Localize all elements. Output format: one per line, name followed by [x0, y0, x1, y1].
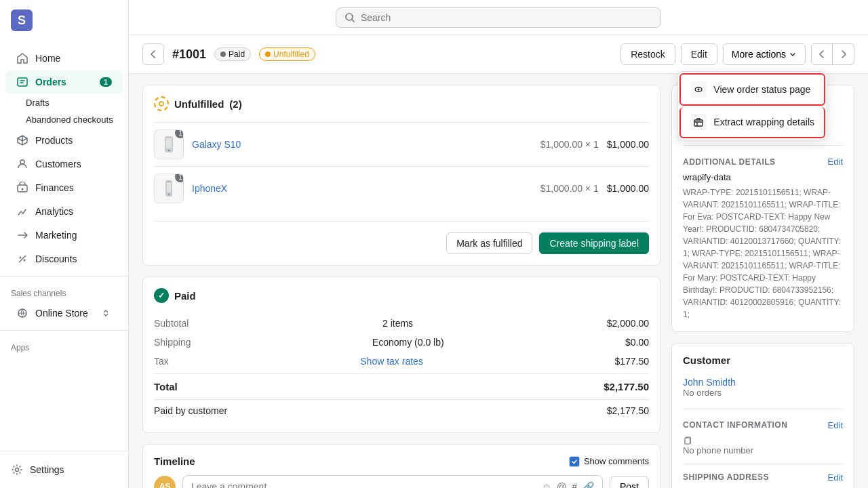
subtotal-row: Subtotal 2 items $2,000.00 — [154, 314, 649, 333]
svg-point-12 — [159, 102, 163, 106]
edit-button[interactable]: Edit — [681, 43, 717, 65]
qty-badge-iphone: 1 — [175, 174, 184, 182]
dropdown-item-view-order[interactable]: View order status page — [679, 73, 825, 106]
dropdown-item-extract-wrapping[interactable]: Extract wrapping details — [679, 107, 825, 138]
paid-title-row: ✓ Paid — [154, 288, 649, 303]
right-column: Notes No notes from customer ADDITIONAL … — [671, 85, 854, 488]
product-price-iphone: $1,000.00 × 1 — [540, 183, 599, 194]
unfulfilled-dot — [265, 52, 271, 57]
topbar — [129, 0, 868, 35]
product-link-iphone[interactable]: IphoneX — [192, 183, 532, 194]
show-comments-toggle[interactable]: Show comments — [569, 456, 649, 467]
sidebar-label-orders: Orders — [35, 77, 66, 87]
sidebar-item-home[interactable]: Home — [5, 47, 123, 70]
additional-details-header: ADDITIONAL DETAILS Edit — [683, 157, 843, 167]
sidebar-item-marketing[interactable]: Marketing — [5, 224, 123, 247]
show-tax-link[interactable]: Show tax rates — [360, 356, 423, 367]
sidebar-label-home: Home — [35, 53, 60, 64]
unfulfilled-title: Unfulfilled — [174, 98, 224, 110]
eye-icon — [694, 85, 703, 94]
settings-label: Settings — [30, 464, 64, 475]
shipping-value: Economy (0.0 lb) — [372, 337, 444, 348]
contact-edit-link[interactable]: Edit — [828, 420, 843, 430]
next-order-button[interactable] — [833, 43, 854, 65]
subtotal-items: 2 items — [382, 318, 413, 329]
prev-order-button[interactable] — [811, 43, 833, 65]
sidebar-item-settings[interactable]: Settings — [11, 460, 117, 480]
orders-submenu: Drafts Abandoned checkouts — [0, 94, 128, 128]
discounts-icon — [16, 253, 28, 265]
timeline-card: Timeline Show comments AS ☺ @ — [142, 444, 660, 488]
shipping-header: SHIPPING ADDRESS Edit — [683, 472, 843, 483]
sidebar-label-marketing: Marketing — [35, 230, 77, 241]
no-phone-text: No phone number — [683, 445, 843, 455]
expand-icon — [100, 307, 112, 319]
paid-title: Paid — [174, 290, 196, 302]
sidebar-item-finances[interactable]: Finances — [5, 176, 123, 199]
emoji-icon[interactable]: ☺ — [542, 481, 551, 488]
search-input[interactable] — [361, 12, 652, 23]
sidebar-item-analytics[interactable]: Analytics — [5, 200, 123, 223]
paid-badge: Paid — [214, 47, 251, 61]
sidebar-footer: Settings — [0, 451, 128, 488]
eye-icon-wrap — [690, 81, 707, 98]
svg-point-10 — [698, 89, 700, 91]
subtotal-label: Subtotal — [154, 318, 189, 329]
search-icon — [344, 12, 355, 23]
unfulfilled-label: Unfulfilled — [273, 49, 309, 59]
timeline-header: Timeline Show comments — [154, 455, 649, 467]
back-button[interactable] — [142, 43, 164, 65]
product-row: 1 IphoneX $1,000.00 × 1 $1,000.00 — [154, 166, 649, 210]
left-column: Unfulfilled (2) 1 Galaxy S10 $1,000.00 ×… — [142, 85, 660, 488]
additional-details-title: ADDITIONAL DETAILS — [683, 157, 776, 167]
post-button[interactable]: Post — [610, 476, 649, 488]
show-comments-checkbox[interactable] — [569, 456, 580, 467]
attachment-icon[interactable]: 🔗 — [583, 481, 594, 488]
show-comments-label: Show comments — [584, 456, 649, 466]
sidebar-item-drafts[interactable]: Drafts — [26, 94, 128, 111]
customer-name-link[interactable]: John Smidth — [683, 377, 736, 388]
sidebar-label-products: Products — [35, 135, 73, 146]
sidebar-label-customers: Customers — [35, 159, 81, 169]
sidebar-item-discounts[interactable]: Discounts — [5, 247, 123, 270]
nav-arrows — [811, 43, 854, 65]
unfulfilled-card: Unfulfilled (2) 1 Galaxy S10 $1,000.00 ×… — [142, 85, 660, 266]
sidebar-item-online-store[interactable]: Online Store — [5, 302, 123, 325]
comment-input-wrap[interactable]: ☺ @ # 🔗 — [182, 475, 603, 488]
wrapify-label: wrapify-data — [683, 172, 843, 182]
unfulfilled-actions: Mark as fulfilled Create shipping label — [154, 221, 649, 254]
restock-button[interactable]: Restock — [620, 43, 675, 65]
mark-fulfilled-button[interactable]: Mark as fulfilled — [446, 232, 532, 254]
create-shipping-button[interactable]: Create shipping label — [539, 232, 649, 254]
sidebar-item-abandoned[interactable]: Abandoned checkouts — [26, 111, 128, 128]
product-row: 1 Galaxy S10 $1,000.00 × 1 $1,000.00 — [154, 122, 649, 166]
sidebar-label-finances: Finances — [35, 182, 74, 193]
product-thumb-iphone: 1 — [154, 174, 184, 203]
paid-label: Paid — [229, 49, 245, 59]
sidebar-item-products[interactable]: Products — [5, 129, 123, 152]
product-link-galaxy[interactable]: Galaxy S10 — [192, 139, 532, 150]
sidebar-logo: S — [0, 0, 128, 41]
hashtag-icon[interactable]: # — [572, 481, 577, 488]
product-thumb-galaxy: 1 — [154, 129, 184, 159]
comment-input[interactable] — [191, 481, 536, 488]
additional-details-edit[interactable]: Edit — [828, 157, 843, 167]
total-label: Total — [154, 381, 178, 392]
product-total-iphone: $1,000.00 — [607, 183, 649, 194]
paid-by-row: Paid by customer $2,177.50 — [154, 399, 649, 422]
sidebar-item-orders[interactable]: Orders 1 — [5, 70, 123, 94]
sales-channels-label: Sales channels — [0, 282, 128, 301]
sidebar-label-analytics: Analytics — [35, 206, 73, 217]
dropdown-label-view-order: View order status page — [713, 84, 810, 95]
tax-amount: $177.50 — [614, 356, 649, 367]
svg-rect-19 — [685, 438, 690, 444]
analytics-icon — [16, 205, 28, 218]
more-actions-button[interactable]: More actions — [723, 43, 806, 65]
search-bar[interactable] — [336, 7, 661, 28]
sidebar-item-customers[interactable]: Customers — [5, 152, 123, 176]
shipping-edit-link[interactable]: Edit — [828, 472, 843, 483]
home-icon — [16, 52, 28, 64]
customer-card: Customer John Smidth No orders CONTACT I… — [671, 343, 854, 488]
mention-icon[interactable]: @ — [557, 481, 566, 488]
customer-title: Customer — [683, 354, 843, 366]
